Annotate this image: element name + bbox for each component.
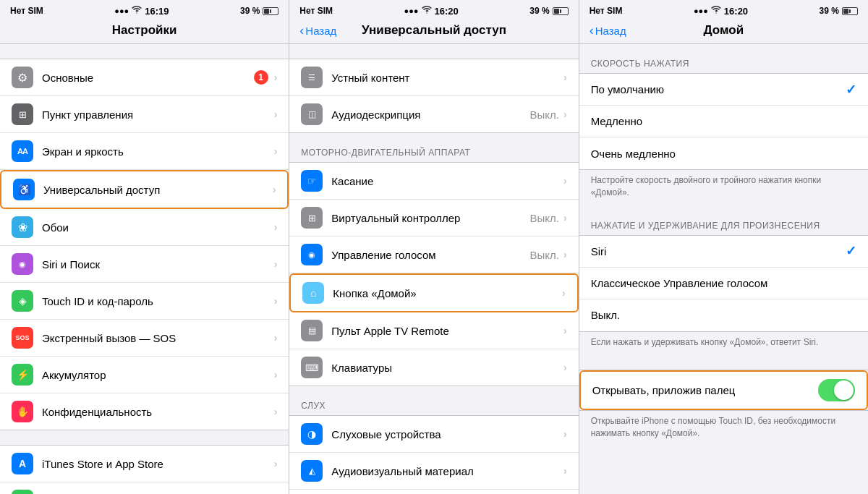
panel-accessibility: Нет SIM ●●● 16:20 39 % ‹ Назад Универсал… xyxy=(289,0,578,494)
nav-bar-3: ‹ Назад Домой xyxy=(579,20,868,44)
basics-chevron: › xyxy=(274,72,278,83)
status-bar-3: Нет SIM ●●● 16:20 39 % xyxy=(579,0,868,20)
itunes-icon: A xyxy=(12,453,33,474)
back-button-3[interactable]: ‹ Назад xyxy=(590,24,626,37)
hearing-icon: ◑ xyxy=(301,423,323,445)
speed-default-label: По умолчанию xyxy=(591,83,846,95)
settings-item-appletv[interactable]: ▤ Пульт Apple TV Remote › xyxy=(289,312,578,349)
basics-label: Основные xyxy=(42,72,254,84)
speed-default[interactable]: По умолчанию ✓ xyxy=(579,74,868,106)
speed-default-check: ✓ xyxy=(846,82,856,98)
touch-chevron: › xyxy=(563,175,567,187)
settings-item-touchid[interactable]: ◈ Touch ID и код-пароль › xyxy=(0,283,289,320)
voicectrl-value: Выкл. xyxy=(530,249,559,261)
itunes-chevron: › xyxy=(274,458,278,469)
audiodesc-icon: ◫ xyxy=(301,103,323,125)
settings-bottom-group: A iTunes Store и App Store › ▤ Wallet и … xyxy=(0,445,289,494)
accessibility-content[interactable]: ☰ Устный контент › ◫ Аудиодескрипция Вык… xyxy=(289,44,578,494)
settings-item-privacy[interactable]: ✋ Конфиденциальность › xyxy=(0,393,289,430)
signal-icon-3: ●●● xyxy=(694,7,708,15)
virtualctrl-label: Виртуальный контроллер xyxy=(331,212,529,224)
status-bar-1: Нет SIM ●●● 16:19 39 % xyxy=(0,0,289,20)
speed-section-label: СКОРОСТЬ НАЖАТИЯ xyxy=(579,59,868,73)
carrier-3: Нет SIM xyxy=(590,6,623,16)
audiovideo-chevron: › xyxy=(563,465,567,477)
settings-item-virtualctrl[interactable]: ⊞ Виртуальный контроллер Выкл. › xyxy=(289,200,578,237)
finger-open-toggle[interactable] xyxy=(818,379,855,401)
toggle-knob xyxy=(834,380,854,400)
wallet-icon: ▤ xyxy=(12,490,33,494)
settings-item-audiodesc[interactable]: ◫ Аудиодескрипция Выкл. › xyxy=(289,96,578,132)
settings-item-touch[interactable]: ☞ Касание › xyxy=(289,163,578,200)
battery-chevron: › xyxy=(274,369,278,380)
battery-icon-3 xyxy=(842,7,858,15)
settings-item-audiovideo[interactable]: ◭ Аудиовизуальный материал › xyxy=(289,453,578,490)
panel-settings: Нет SIM ●●● 16:19 39 % Настройки ⚙ Основ… xyxy=(0,0,289,494)
nav-bar-1: Настройки xyxy=(0,20,289,44)
settings-item-wallet[interactable]: ▤ Wallet и Apple Pay › xyxy=(0,482,289,494)
homebutton-icon: ⌂ xyxy=(302,282,324,304)
settings-item-battery[interactable]: ⚡ Аккумулятор › xyxy=(0,357,289,393)
hearing-chevron: › xyxy=(563,428,567,440)
hold-section-label: НАЖАТИЕ И УДЕРЖИВАНИЕ ДЛЯ ПРОИЗНЕСЕНИЯ xyxy=(579,221,868,235)
accessibility-label: Универсальный доступ xyxy=(43,184,273,196)
settings-item-basics[interactable]: ⚙ Основные 1 › xyxy=(0,59,289,96)
motor-section: МОТОРНО-ДВИГАТЕЛЬНЫЙ АППАРАТ ☞ Касание ›… xyxy=(289,148,578,386)
settings-item-homebutton[interactable]: ⌂ Кнопка «Домой» › xyxy=(289,273,578,312)
audiovideo-icon: ◭ xyxy=(301,460,323,482)
battery-icon-2 xyxy=(553,7,569,15)
touch-icon: ☞ xyxy=(301,170,323,192)
back-button-2[interactable]: ‹ Назад xyxy=(299,24,336,37)
settings-item-keyboard[interactable]: ⌨ Клавиатуры › xyxy=(289,349,578,386)
finger-open-label: Открывать, приложив палец xyxy=(592,384,818,396)
home-content[interactable]: СКОРОСТЬ НАЖАТИЯ По умолчанию ✓ Медленно… xyxy=(579,44,868,494)
homebutton-chevron: › xyxy=(562,287,566,299)
finger-open-description: Открывайте iPhone с помощью Touch ID, бе… xyxy=(579,411,868,447)
speed-slow-label: Медленно xyxy=(591,115,856,127)
touchid-chevron: › xyxy=(274,295,278,307)
virtualctrl-icon: ⊞ xyxy=(301,207,323,229)
speed-slow[interactable]: Медленно xyxy=(579,106,868,137)
settings-item-voicectrl[interactable]: ◉ Управление голосом Выкл. › xyxy=(289,237,578,273)
wifi-icon-1 xyxy=(132,6,142,16)
settings-item-wallpaper[interactable]: ❀ Обои › xyxy=(0,209,289,246)
hearing-label: Слуховые устройства xyxy=(331,428,563,440)
settings-item-siri[interactable]: ◉ Siri и Поиск › xyxy=(0,246,289,283)
settings-content[interactable]: ⚙ Основные 1 › ⊞ Пункт управления › AA Э… xyxy=(0,44,289,494)
hold-off[interactable]: Выкл. xyxy=(579,299,868,331)
speed-group: По умолчанию ✓ Медленно Очень медленно xyxy=(579,73,868,170)
hearing-section: СЛУХ ◑ Слуховые устройства › ◭ Аудиовизу… xyxy=(289,401,578,494)
display-icon: AA xyxy=(12,140,33,162)
settings-item-subtitles[interactable]: CC Субтитры и Скрытые субтитры › xyxy=(289,490,578,494)
speed-veryslow[interactable]: Очень медленно xyxy=(579,137,868,169)
virtualctrl-chevron: › xyxy=(563,212,567,223)
hold-siri[interactable]: Siri ✓ xyxy=(579,236,868,268)
hold-classic[interactable]: Классическое Управление голосом xyxy=(579,268,868,299)
finger-open-item[interactable]: Открывать, приложив палец xyxy=(579,370,868,410)
nav-bar-2: ‹ Назад Универсальный доступ xyxy=(289,20,578,44)
privacy-icon: ✋ xyxy=(12,401,33,422)
motor-group: ☞ Касание › ⊞ Виртуальный контроллер Вык… xyxy=(289,162,578,386)
sos-icon: SOS xyxy=(12,327,33,349)
back-label-2: Назад xyxy=(305,25,336,37)
status-bar-2: Нет SIM ●●● 16:20 39 % xyxy=(289,0,578,20)
settings-item-hearing[interactable]: ◑ Слуховые устройства › xyxy=(289,416,578,453)
voicectrl-chevron: › xyxy=(563,249,567,260)
time-2: 16:20 xyxy=(435,6,459,17)
hold-classic-label: Классическое Управление голосом xyxy=(591,277,856,289)
privacy-label: Конфиденциальность xyxy=(42,406,274,418)
basics-icon: ⚙ xyxy=(12,67,33,88)
hold-group: Siri ✓ Классическое Управление голосом В… xyxy=(579,235,868,332)
settings-item-control[interactable]: ⊞ Пункт управления › xyxy=(0,96,289,133)
itunes-label: iTunes Store и App Store xyxy=(42,458,274,470)
keyboard-icon: ⌨ xyxy=(301,357,323,378)
settings-item-spoken[interactable]: ☰ Устный контент › xyxy=(289,59,578,96)
hold-off-label: Выкл. xyxy=(591,309,856,321)
sos-label: Экстренный вызов — SOS xyxy=(42,332,274,344)
accessibility-chevron: › xyxy=(273,184,276,195)
settings-item-sos[interactable]: SOS Экстренный вызов — SOS › xyxy=(0,320,289,357)
settings-item-accessibility[interactable]: ♿ Универсальный доступ › xyxy=(0,170,289,209)
siri-icon: ◉ xyxy=(12,253,33,275)
settings-item-display[interactable]: AA Экран и яркость › xyxy=(0,133,289,170)
settings-item-itunes[interactable]: A iTunes Store и App Store › xyxy=(0,446,289,482)
